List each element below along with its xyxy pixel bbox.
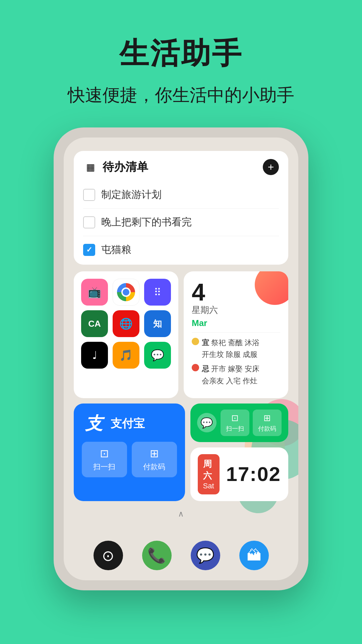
clock-day-badge: 周六 Sat [198,454,220,494]
todo-item-2[interactable]: 晚上把剩下的书看完 [83,209,279,236]
right-column: 💬 ⊡ 扫一扫 ⊞ 付款码 [190,404,289,501]
app-weibo[interactable]: 🌐 [113,310,139,337]
page-title: 生活助手 [0,34,362,73]
swipe-arrow-icon: ∧ [178,509,184,519]
calendar-weekday: 星期六 [192,304,218,316]
phone-mockup: ▦ 待办清单 + 制定旅游计划 晚上把剩下的书看完 屯猫粮 [54,127,308,590]
phone-icon: 📞 [147,547,166,564]
app-xiaohongshu[interactable]: 📺 [81,279,108,306]
app-zhihu[interactable]: 知 [144,310,171,337]
calendar-divider [192,332,280,333]
calendar-month: Mar [192,318,280,328]
wechat-pay-icon: ⊞ [263,413,271,423]
dock-message[interactable]: 💬 [191,541,220,570]
app-unknown1[interactable]: ⠿ [144,279,171,306]
wechat-scan-button[interactable]: ⊡ 扫一扫 [221,410,249,436]
phone-screen: ▦ 待办清单 + 制定旅游计划 晚上把剩下的书看完 屯猫粮 [64,138,298,580]
app-douyin[interactable]: ♩ [81,342,108,369]
middle-row: 📺 ⠿ CA [74,271,288,398]
dock-camera[interactable]: ⊙ [94,541,123,570]
todo-text-1: 制定旅游计划 [101,188,162,202]
wechat-actions: ⊡ 扫一扫 ⊞ 付款码 [221,410,282,436]
todo-text-2: 晚上把剩下的书看完 [101,215,192,229]
todo-checkbox-2[interactable] [83,216,95,228]
message-icon: 💬 [196,547,215,564]
page-subtitle: 快速便捷，你生活中的小助手 [0,84,362,107]
todo-add-button[interactable]: + [263,159,279,175]
phone-outer: ▦ 待办清单 + 制定旅游计划 晚上把剩下的书看完 屯猫粮 [54,127,308,590]
auspicious-activities: 宜 祭祀 斋醮 沐浴开生坟 除服 成服 [202,337,259,360]
todo-header: ▦ 待办清单 + [83,159,279,175]
swipe-indicator: ∧ [74,506,288,521]
alipay-name: 支付宝 [111,416,145,431]
clock-day-en: Sat [203,482,214,490]
todo-title: 待办清单 [103,159,148,175]
clock-widget: 周六 Sat 17:02 [190,447,289,501]
todo-checkbox-3[interactable] [83,244,95,256]
inauspicious-activities: 忌 开市 嫁娶 安床会亲友 入宅 作灶 [202,363,259,386]
wechat-scan-label: 扫一扫 [226,425,244,433]
wechat-widget[interactable]: 💬 ⊡ 扫一扫 ⊞ 付款码 [190,404,289,442]
inauspicious-dot [192,364,199,371]
wechat-pay-label: 付款码 [258,425,276,433]
todo-item-3[interactable]: 屯猫粮 [83,236,279,257]
wechat-scan-icon: ⊡ [231,413,239,423]
camera-icon: ⊙ [102,547,114,564]
alipay-scan-button[interactable]: ⊡ 扫一扫 [82,442,127,477]
app-grid: 📺 ⠿ CA [81,279,171,369]
todo-item-1[interactable]: 制定旅游计划 [83,181,279,209]
bottom-row: 支 支付宝 ⊡ 扫一扫 ⊞ 付款码 [74,404,288,501]
scan-icon: ⊡ [100,447,109,460]
todo-widget: ▦ 待办清单 + 制定旅游计划 晚上把剩下的书看完 屯猫粮 [74,151,288,265]
todo-icon: ▦ [83,160,98,174]
todo-checkbox-1[interactable] [83,189,95,201]
app-ca[interactable]: CA [81,310,108,337]
gallery-icon: 🏔 [247,547,261,564]
app-grid-widget: 📺 ⠿ CA [74,271,178,398]
todo-text-3: 屯猫粮 [101,243,131,257]
alipay-widget[interactable]: 支 支付宝 ⊡ 扫一扫 ⊞ 付款码 [74,404,185,501]
alipay-header: 支 支付宝 [82,412,177,436]
alipay-pay-label: 付款码 [143,462,165,472]
app-wechat[interactable]: 💬 [144,342,171,369]
clock-day-zh: 周六 [203,458,214,482]
alipay-pay-button[interactable]: ⊞ 付款码 [132,442,177,477]
auspicious-dot [192,338,199,345]
alipay-actions: ⊡ 扫一扫 ⊞ 付款码 [82,442,177,477]
wechat-pay-button[interactable]: ⊞ 付款码 [253,410,282,436]
wechat-logo: 💬 [197,413,217,432]
app-music[interactable]: 🎵 [113,342,139,369]
app-dock: ⊙ 📞 💬 🏔 [64,541,298,570]
alipay-logo: 支 [82,412,106,436]
page-header: 生活助手 快速便捷，你生活中的小助手 [0,0,362,120]
inauspicious-row: 忌 开市 嫁娶 安床会亲友 入宅 作灶 [192,363,280,386]
calendar-widget: 4 星期六 Mar 宜 祭祀 斋醮 沐浴开生坟 除服 成服 [184,271,288,398]
pay-icon: ⊞ [150,447,159,460]
dock-gallery[interactable]: 🏔 [239,541,269,570]
app-chrome[interactable] [113,279,139,306]
auspicious-row: 宜 祭祀 斋醮 沐浴开生坟 除服 成服 [192,337,280,360]
dock-phone[interactable]: 📞 [142,541,172,570]
alipay-scan-label: 扫一扫 [93,462,115,472]
clock-time: 17:02 [226,463,281,486]
